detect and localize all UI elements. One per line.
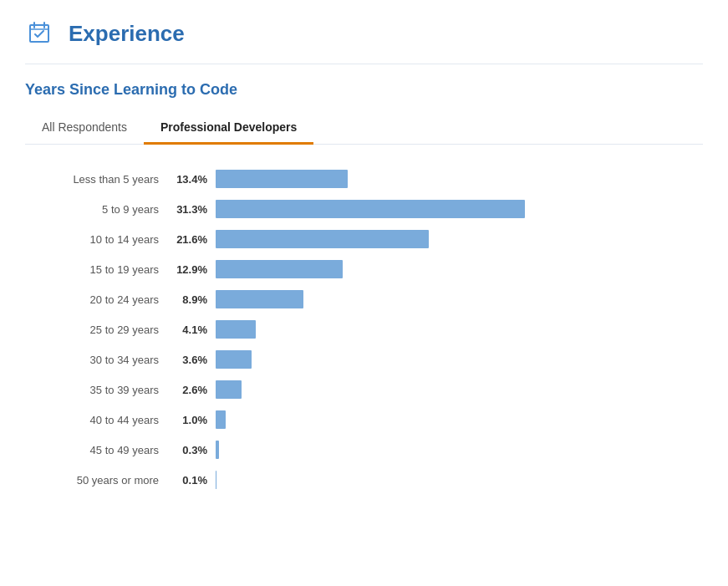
bar-track: [216, 200, 686, 218]
bar-track: [216, 441, 686, 459]
chart-row: Less than 5 years13.4%: [42, 170, 686, 188]
tab-bar: All Respondents Professional Developers: [25, 112, 703, 145]
bar-fill: [216, 170, 348, 188]
bar-fill: [216, 380, 242, 399]
bar-fill: [216, 230, 429, 248]
page-header: Experience: [25, 17, 703, 50]
chart-row: 20 to 24 years8.9%: [42, 290, 686, 308]
row-pct: 8.9%: [167, 293, 207, 306]
row-pct: 31.3%: [167, 203, 207, 216]
row-label: Less than 5 years: [42, 173, 159, 186]
bar-track: [216, 260, 686, 278]
row-label: 10 to 14 years: [42, 233, 159, 246]
bar-track: [216, 471, 686, 489]
bar-track: [216, 230, 686, 248]
tab-professional-developers[interactable]: Professional Developers: [144, 112, 313, 145]
row-pct: 21.6%: [167, 233, 207, 246]
row-pct: 13.4%: [167, 173, 207, 186]
row-label: 15 to 19 years: [42, 263, 159, 276]
chart-row: 15 to 19 years12.9%: [42, 260, 686, 278]
chart-row: 50 years or more0.1%: [42, 471, 686, 489]
row-label: 5 to 9 years: [42, 203, 159, 216]
row-pct: 0.3%: [167, 444, 207, 456]
bar-fill: [216, 200, 525, 218]
bar-chart: Less than 5 years13.4%5 to 9 years31.3%1…: [25, 170, 703, 489]
row-label: 35 to 39 years: [42, 384, 159, 396]
header-divider: [25, 64, 703, 64]
chart-row: 35 to 39 years2.6%: [42, 380, 686, 399]
svg-rect-0: [30, 25, 48, 42]
chart-row: 40 to 44 years1.0%: [42, 410, 686, 429]
row-pct: 0.1%: [167, 474, 207, 487]
bar-fill: [216, 260, 343, 278]
row-pct: 3.6%: [167, 354, 207, 366]
row-pct: 12.9%: [167, 263, 207, 276]
bar-fill: [216, 350, 252, 369]
chart-row: 10 to 14 years21.6%: [42, 230, 686, 248]
chart-row: 25 to 29 years4.1%: [42, 320, 686, 339]
bar-track: [216, 170, 686, 188]
bar-track: [216, 320, 686, 339]
bar-fill: [216, 410, 226, 429]
bar-track: [216, 290, 686, 308]
bar-fill: [216, 441, 219, 459]
bar-track: [216, 410, 686, 429]
row-label: 30 to 34 years: [42, 354, 159, 366]
bar-track: [216, 350, 686, 369]
page-title: Experience: [69, 21, 185, 47]
bar-fill: [216, 290, 303, 308]
row-label: 45 to 49 years: [42, 444, 159, 456]
row-pct: 2.6%: [167, 384, 207, 396]
section-title: Years Since Learning to Code: [25, 81, 703, 99]
row-label: 50 years or more: [42, 474, 159, 487]
row-label: 25 to 29 years: [42, 324, 159, 336]
row-pct: 1.0%: [167, 414, 207, 426]
bar-track: [216, 380, 686, 399]
bar-fill: [216, 320, 256, 339]
bar-fill: [216, 471, 216, 489]
chart-row: 5 to 9 years31.3%: [42, 200, 686, 218]
experience-icon: [25, 17, 59, 50]
chart-row: 30 to 34 years3.6%: [42, 350, 686, 369]
row-label: 40 to 44 years: [42, 414, 159, 426]
row-pct: 4.1%: [167, 324, 207, 336]
tab-all-respondents[interactable]: All Respondents: [25, 112, 144, 145]
chart-row: 45 to 49 years0.3%: [42, 441, 686, 459]
row-label: 20 to 24 years: [42, 293, 159, 306]
